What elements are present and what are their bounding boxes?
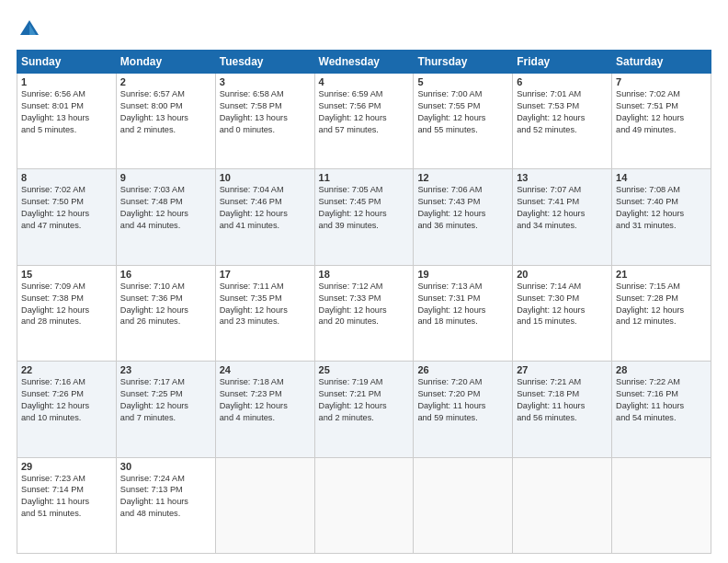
day-info: Sunrise: 7:15 AMSunset: 7:28 PMDaylight:… [616,281,707,328]
day-info: Sunrise: 7:11 AMSunset: 7:35 PMDaylight:… [220,281,311,328]
day-info: Sunrise: 7:22 AMSunset: 7:16 PMDaylight:… [616,376,707,424]
day-info: Sunrise: 7:24 AMSunset: 7:13 PMDaylight:… [120,473,211,521]
weekday-header-saturday: Saturday [612,51,711,74]
day-cell: 3Sunrise: 6:58 AMSunset: 7:58 PMDaylight… [215,74,314,169]
calendar-table: SundayMondayTuesdayWednesdayThursdayFrid… [17,50,711,554]
day-info: Sunrise: 7:05 AMSunset: 7:45 PMDaylight:… [319,184,410,232]
day-cell: 28Sunrise: 7:22 AMSunset: 7:16 PMDayligh… [612,362,711,457]
day-info: Sunrise: 7:13 AMSunset: 7:31 PMDaylight:… [417,281,508,328]
day-cell [612,457,711,553]
day-number: 27 [517,364,608,375]
day-cell: 4Sunrise: 6:59 AMSunset: 7:56 PMDaylight… [314,74,414,169]
day-cell: 19Sunrise: 7:13 AMSunset: 7:31 PMDayligh… [414,265,513,361]
day-cell [414,457,513,553]
weekday-header-monday: Monday [116,51,215,74]
day-number: 4 [319,76,410,87]
day-number: 5 [417,76,508,87]
day-number: 19 [417,269,508,280]
day-cell: 9Sunrise: 7:03 AMSunset: 7:48 PMDaylight… [116,169,215,265]
day-number: 7 [616,76,707,87]
week-row-4: 22Sunrise: 7:16 AMSunset: 7:26 PMDayligh… [17,362,711,457]
day-cell: 16Sunrise: 7:10 AMSunset: 7:36 PMDayligh… [116,265,215,361]
day-number: 6 [517,76,608,87]
day-cell: 20Sunrise: 7:14 AMSunset: 7:30 PMDayligh… [513,265,612,361]
day-info: Sunrise: 7:17 AMSunset: 7:25 PMDaylight:… [120,376,211,424]
day-number: 20 [517,269,608,280]
day-info: Sunrise: 7:23 AMSunset: 7:14 PMDaylight:… [21,473,112,521]
day-number: 24 [220,364,311,375]
day-info: Sunrise: 7:16 AMSunset: 7:26 PMDaylight:… [21,376,112,424]
weekday-header-wednesday: Wednesday [314,51,414,74]
day-cell: 13Sunrise: 7:07 AMSunset: 7:41 PMDayligh… [513,169,612,265]
header [17,17,711,42]
day-info: Sunrise: 7:04 AMSunset: 7:46 PMDaylight:… [220,184,311,232]
day-info: Sunrise: 7:02 AMSunset: 7:50 PMDaylight:… [21,184,112,232]
day-number: 26 [417,364,508,375]
day-cell: 8Sunrise: 7:02 AMSunset: 7:50 PMDaylight… [17,169,117,265]
day-number: 16 [120,269,211,280]
day-number: 28 [616,364,707,375]
day-info: Sunrise: 6:59 AMSunset: 7:56 PMDaylight:… [319,88,410,136]
day-number: 2 [120,76,211,87]
day-info: Sunrise: 6:57 AMSunset: 8:00 PMDaylight:… [120,88,211,136]
day-info: Sunrise: 7:21 AMSunset: 7:18 PMDaylight:… [517,376,608,424]
day-number: 15 [21,269,112,280]
day-number: 23 [120,364,211,375]
weekday-header-row: SundayMondayTuesdayWednesdayThursdayFrid… [17,51,711,74]
day-number: 14 [616,172,707,183]
day-cell [314,457,414,553]
day-number: 13 [517,172,608,183]
day-cell: 27Sunrise: 7:21 AMSunset: 7:18 PMDayligh… [513,362,612,457]
day-cell: 2Sunrise: 6:57 AMSunset: 8:00 PMDaylight… [116,74,215,169]
weekday-header-friday: Friday [513,51,612,74]
day-info: Sunrise: 7:01 AMSunset: 7:53 PMDaylight:… [517,88,608,136]
day-cell: 6Sunrise: 7:01 AMSunset: 7:53 PMDaylight… [513,74,612,169]
day-cell: 1Sunrise: 6:56 AMSunset: 8:01 PMDaylight… [17,74,117,169]
day-number: 1 [21,76,112,87]
day-info: Sunrise: 7:20 AMSunset: 7:20 PMDaylight:… [417,376,508,424]
day-cell: 14Sunrise: 7:08 AMSunset: 7:40 PMDayligh… [612,169,711,265]
day-cell: 23Sunrise: 7:17 AMSunset: 7:25 PMDayligh… [116,362,215,457]
day-number: 21 [616,269,707,280]
day-info: Sunrise: 7:18 AMSunset: 7:23 PMDaylight:… [220,376,311,424]
day-cell [513,457,612,553]
day-number: 9 [120,172,211,183]
day-cell: 22Sunrise: 7:16 AMSunset: 7:26 PMDayligh… [17,362,117,457]
day-cell: 30Sunrise: 7:24 AMSunset: 7:13 PMDayligh… [116,457,215,553]
day-cell: 26Sunrise: 7:20 AMSunset: 7:20 PMDayligh… [414,362,513,457]
day-number: 22 [21,364,112,375]
day-cell: 15Sunrise: 7:09 AMSunset: 7:38 PMDayligh… [17,265,117,361]
day-info: Sunrise: 6:56 AMSunset: 8:01 PMDaylight:… [21,88,112,136]
day-info: Sunrise: 7:12 AMSunset: 7:33 PMDaylight:… [319,281,410,328]
weekday-header-tuesday: Tuesday [215,51,314,74]
day-number: 17 [220,269,311,280]
day-info: Sunrise: 7:03 AMSunset: 7:48 PMDaylight:… [120,184,211,232]
week-row-1: 1Sunrise: 6:56 AMSunset: 8:01 PMDaylight… [17,74,711,169]
day-info: Sunrise: 7:09 AMSunset: 7:38 PMDaylight:… [21,281,112,328]
day-number: 8 [21,172,112,183]
logo-icon [17,17,42,42]
day-info: Sunrise: 6:58 AMSunset: 7:58 PMDaylight:… [220,88,311,136]
day-cell: 18Sunrise: 7:12 AMSunset: 7:33 PMDayligh… [314,265,414,361]
day-info: Sunrise: 7:14 AMSunset: 7:30 PMDaylight:… [517,281,608,328]
day-cell: 5Sunrise: 7:00 AMSunset: 7:55 PMDaylight… [414,74,513,169]
logo [17,17,46,42]
day-cell: 12Sunrise: 7:06 AMSunset: 7:43 PMDayligh… [414,169,513,265]
week-row-2: 8Sunrise: 7:02 AMSunset: 7:50 PMDaylight… [17,169,711,265]
day-cell: 21Sunrise: 7:15 AMSunset: 7:28 PMDayligh… [612,265,711,361]
day-cell [215,457,314,553]
weekday-header-thursday: Thursday [414,51,513,74]
day-number: 11 [319,172,410,183]
day-cell: 10Sunrise: 7:04 AMSunset: 7:46 PMDayligh… [215,169,314,265]
weekday-header-sunday: Sunday [17,51,117,74]
day-info: Sunrise: 7:19 AMSunset: 7:21 PMDaylight:… [319,376,410,424]
calendar-page: SundayMondayTuesdayWednesdayThursdayFrid… [0,0,728,563]
day-number: 10 [220,172,311,183]
day-info: Sunrise: 7:07 AMSunset: 7:41 PMDaylight:… [517,184,608,232]
day-cell: 7Sunrise: 7:02 AMSunset: 7:51 PMDaylight… [612,74,711,169]
day-number: 18 [319,269,410,280]
day-number: 29 [21,461,112,472]
day-cell: 17Sunrise: 7:11 AMSunset: 7:35 PMDayligh… [215,265,314,361]
day-info: Sunrise: 7:00 AMSunset: 7:55 PMDaylight:… [417,88,508,136]
week-row-3: 15Sunrise: 7:09 AMSunset: 7:38 PMDayligh… [17,265,711,361]
